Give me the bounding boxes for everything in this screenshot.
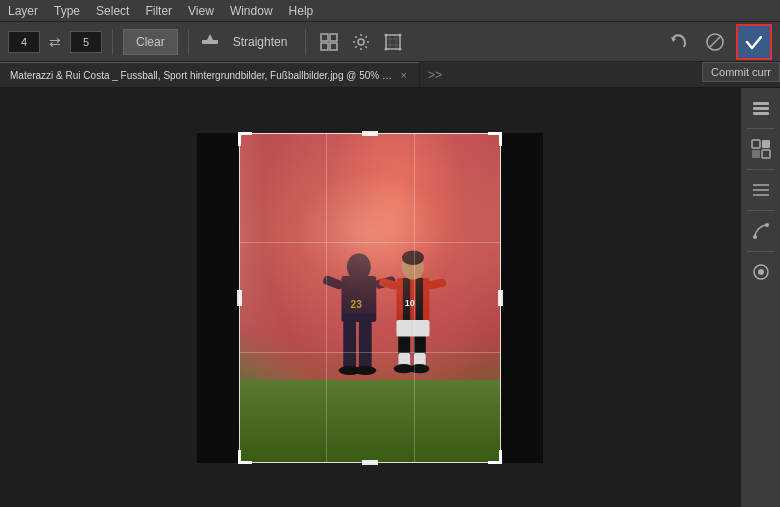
toolbar: 4 ⇄ 5 Clear Straighten [0, 22, 780, 62]
panel-separator-1 [747, 128, 775, 129]
panel-icon-properties[interactable] [745, 256, 777, 288]
menu-window[interactable]: Window [230, 4, 273, 18]
crop-handle-top-right[interactable] [488, 132, 502, 146]
separator-2 [188, 29, 189, 55]
crop-workspace: 23 [239, 133, 501, 463]
svg-point-28 [402, 250, 424, 265]
menu-layer[interactable]: Layer [8, 4, 38, 18]
svg-rect-17 [323, 274, 345, 290]
tab-overflow-button[interactable]: >> [420, 62, 450, 87]
crop-handle-top-left[interactable] [238, 132, 252, 146]
svg-rect-45 [762, 150, 770, 158]
commit-tooltip: Commit curr [702, 62, 780, 82]
straighten-icon [199, 31, 221, 53]
svg-point-37 [410, 364, 430, 373]
svg-rect-26 [416, 278, 423, 322]
width-input[interactable]: 4 [8, 31, 40, 53]
panel-icon-channels[interactable] [745, 174, 777, 206]
crop-handle-right-mid[interactable] [498, 290, 503, 306]
menu-type[interactable]: Type [54, 4, 80, 18]
transform-icon-button[interactable] [380, 29, 406, 55]
svg-rect-0 [202, 40, 218, 44]
svg-line-14 [709, 36, 721, 48]
players-svg: 23 [291, 222, 474, 404]
separator-1 [112, 29, 113, 55]
crop-handle-bottom-mid[interactable] [362, 460, 378, 465]
svg-point-10 [385, 47, 388, 50]
tab-close-icon[interactable]: × [399, 69, 409, 81]
tabs-bar: Materazzi & Rui Costa _ Fussball, Sport … [0, 62, 780, 88]
height-input[interactable]: 5 [70, 31, 102, 53]
panel-separator-3 [747, 210, 775, 211]
svg-rect-42 [752, 140, 760, 148]
svg-point-50 [765, 223, 769, 227]
svg-rect-39 [753, 102, 769, 105]
svg-rect-5 [330, 43, 337, 50]
undo-button[interactable] [664, 27, 694, 57]
crop-handle-top-mid[interactable] [362, 131, 378, 136]
height-input-group: 5 [70, 31, 102, 53]
svg-rect-19 [344, 320, 357, 370]
svg-rect-43 [762, 140, 770, 148]
canvas-area: 23 [0, 88, 740, 507]
tab-label: Materazzi & Rui Costa _ Fussball, Sport … [10, 70, 393, 81]
svg-text:10: 10 [405, 298, 415, 308]
svg-point-49 [753, 235, 757, 239]
crop-handle-bottom-right[interactable] [488, 450, 502, 464]
menu-help[interactable]: Help [289, 4, 314, 18]
crop-overlay-left [197, 133, 239, 463]
photo-canvas: 23 [239, 133, 501, 463]
svg-point-9 [399, 33, 402, 36]
separator-3 [305, 29, 306, 55]
svg-rect-44 [752, 150, 760, 158]
svg-point-8 [385, 33, 388, 36]
width-input-group: 4 [8, 31, 40, 53]
svg-rect-4 [321, 43, 328, 50]
panel-separator-4 [747, 251, 775, 252]
crop-handle-left-mid[interactable] [237, 290, 242, 306]
panel-icon-layers[interactable] [745, 92, 777, 124]
svg-rect-7 [386, 35, 400, 49]
grid-icon-button[interactable] [316, 29, 342, 55]
active-tab[interactable]: Materazzi & Rui Costa _ Fussball, Sport … [0, 62, 420, 87]
svg-point-22 [355, 366, 377, 375]
svg-rect-20 [359, 320, 372, 370]
svg-point-16 [347, 253, 371, 281]
straighten-button[interactable]: Straighten [225, 32, 296, 52]
cancel-button[interactable] [700, 27, 730, 57]
svg-rect-33 [397, 320, 430, 337]
menu-view[interactable]: View [188, 4, 214, 18]
svg-rect-40 [753, 107, 769, 110]
svg-marker-1 [207, 34, 213, 40]
svg-rect-3 [330, 34, 337, 41]
crop-handle-bottom-left[interactable] [238, 450, 252, 464]
settings-icon-button[interactable] [348, 29, 374, 55]
right-panel [740, 88, 780, 507]
svg-point-6 [358, 39, 364, 45]
panel-separator-2 [747, 169, 775, 170]
svg-point-52 [758, 269, 764, 275]
svg-text:23: 23 [351, 299, 363, 310]
svg-rect-41 [753, 112, 769, 115]
menu-bar: Layer Type Select Filter View Window Hel… [0, 0, 780, 22]
menu-filter[interactable]: Filter [145, 4, 172, 18]
svg-rect-2 [321, 34, 328, 41]
commit-button[interactable] [736, 24, 772, 60]
crop-overlay-right [501, 133, 543, 463]
swap-dimensions-icon[interactable]: ⇄ [46, 33, 64, 51]
panel-icon-adjustments[interactable] [745, 133, 777, 165]
clear-button[interactable]: Clear [123, 29, 178, 55]
svg-point-11 [399, 47, 402, 50]
crop-container[interactable]: 23 [239, 133, 501, 463]
panel-icon-paths[interactable] [745, 215, 777, 247]
straighten-group: Straighten [199, 31, 296, 53]
menu-select[interactable]: Select [96, 4, 129, 18]
